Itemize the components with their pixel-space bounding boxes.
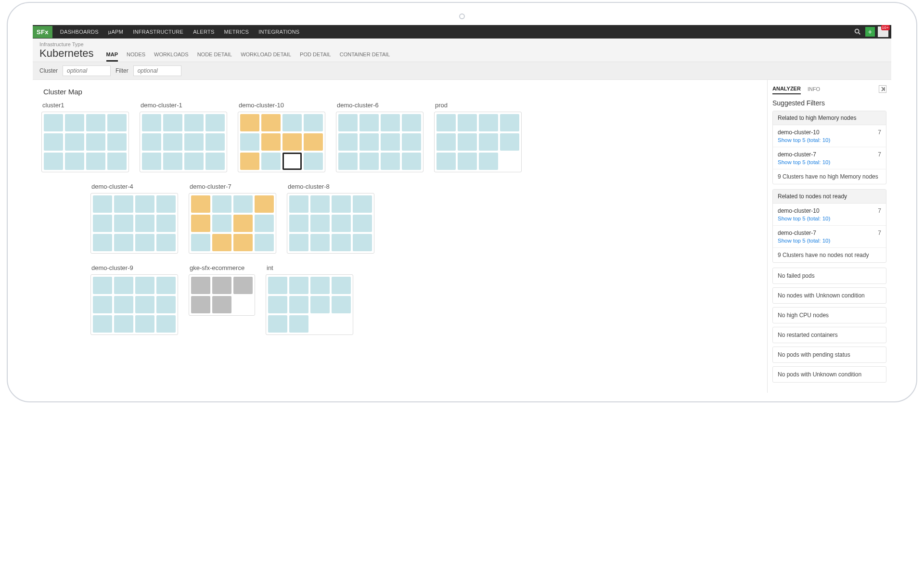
filter-simple[interactable]: No high CPU nodes [772,307,886,323]
node[interactable] [184,133,204,151]
node[interactable] [479,133,498,151]
node[interactable] [156,234,176,251]
filter-item-link[interactable]: Show top 5 (total: 10) [778,137,881,143]
node[interactable] [156,215,176,232]
logo[interactable]: SFx [33,26,52,38]
node[interactable] [191,277,210,294]
node[interactable] [332,234,351,251]
node[interactable] [135,215,154,232]
node[interactable] [332,277,351,294]
nav-item-alerts[interactable]: ALERTS [188,29,219,35]
node[interactable] [142,114,161,131]
node[interactable] [353,215,372,232]
node[interactable] [310,277,330,294]
node[interactable] [163,153,182,170]
node[interactable] [381,153,400,170]
tab-node-detail[interactable]: NODE DETAIL [197,49,232,62]
node[interactable] [114,296,133,313]
node[interactable] [86,133,105,151]
node[interactable] [255,195,274,213]
node[interactable] [458,153,477,170]
node[interactable] [93,195,112,213]
node[interactable] [135,296,154,313]
node[interactable] [156,296,176,313]
node[interactable] [282,133,302,151]
node[interactable] [268,277,287,294]
node[interactable] [458,114,477,131]
filter-item-link[interactable]: Show top 5 (total: 10) [778,238,881,244]
node[interactable] [135,315,154,333]
node[interactable] [436,133,456,151]
node[interactable] [282,153,302,170]
node[interactable] [304,114,323,131]
node[interactable] [338,114,358,131]
node[interactable] [255,215,274,232]
node[interactable] [86,153,105,170]
node[interactable] [212,195,231,213]
node[interactable] [338,133,358,151]
node[interactable] [114,234,133,251]
node[interactable] [114,195,133,213]
node[interactable] [261,153,281,170]
node[interactable] [65,114,84,131]
filter-item[interactable]: demo-cluster-77Show top 5 (total: 10) [773,147,886,169]
node[interactable] [107,114,127,131]
user-avatar[interactable]: 10+ [878,26,888,37]
node[interactable] [107,133,127,151]
node[interactable] [135,195,154,213]
filter-item[interactable]: demo-cluster-107Show top 5 (total: 10) [773,204,886,226]
node[interactable] [65,153,84,170]
node[interactable] [402,153,421,170]
tab-map[interactable]: MAP [106,49,118,62]
node[interactable] [402,114,421,131]
filter-simple[interactable]: No pods with Unknown condition [772,366,886,383]
filter-item[interactable]: demo-cluster-77Show top 5 (total: 10) [773,226,886,248]
side-tab-analyzer[interactable]: ANALYZER [772,84,801,94]
nav-item--apm[interactable]: µAPM [103,29,128,35]
filter-simple[interactable]: No nodes with Unknown condition [772,287,886,304]
node[interactable] [107,153,127,170]
tab-pod-detail[interactable]: POD DETAIL [300,49,331,62]
nav-item-infrastructure[interactable]: INFRASTRUCTURE [128,29,188,35]
node[interactable] [212,215,231,232]
node[interactable] [359,114,379,131]
node[interactable] [332,296,351,313]
node[interactable] [93,234,112,251]
node[interactable] [212,277,231,294]
node[interactable] [310,195,330,213]
node[interactable] [381,114,400,131]
node[interactable] [184,114,204,131]
node[interactable] [114,215,133,232]
node[interactable] [135,277,154,294]
nav-item-dashboards[interactable]: DASHBOARDS [55,29,103,35]
node[interactable] [289,195,308,213]
node[interactable] [353,234,372,251]
node[interactable] [289,234,308,251]
cluster-filter-input[interactable] [63,65,111,76]
node[interactable] [240,133,259,151]
node[interactable] [310,234,330,251]
node[interactable] [282,114,302,131]
node[interactable] [310,296,330,313]
expand-panel-icon[interactable] [879,85,886,93]
node[interactable] [240,153,259,170]
node[interactable] [191,215,210,232]
node[interactable] [240,114,259,131]
filter-input[interactable] [133,65,181,76]
node[interactable] [338,153,358,170]
node[interactable] [436,153,456,170]
node[interactable] [304,133,323,151]
node[interactable] [114,277,133,294]
node[interactable] [212,296,231,313]
node[interactable] [156,195,176,213]
node[interactable] [44,133,63,151]
node[interactable] [191,234,210,251]
node[interactable] [332,195,351,213]
node[interactable] [500,114,519,131]
node[interactable] [163,114,182,131]
side-tab-info[interactable]: INFO [808,84,820,94]
node[interactable] [156,277,176,294]
node[interactable] [261,114,281,131]
node[interactable] [458,133,477,151]
node[interactable] [114,315,133,333]
